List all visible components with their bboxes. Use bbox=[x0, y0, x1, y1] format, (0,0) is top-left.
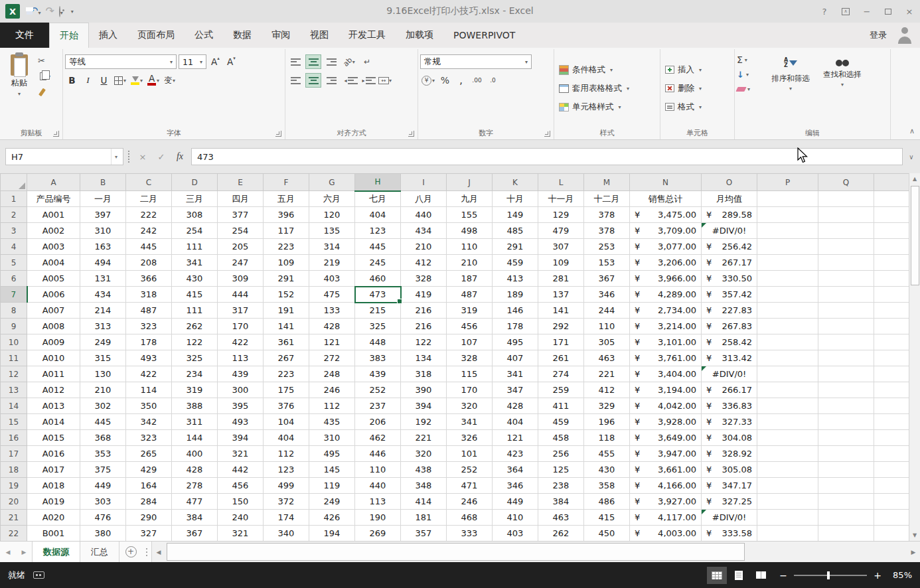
cell-Q16[interactable] bbox=[818, 430, 874, 446]
row-header-4[interactable]: 4 bbox=[1, 239, 27, 255]
sign-in-link[interactable]: 登录 bbox=[870, 23, 895, 48]
cell-D17[interactable]: 400 bbox=[172, 446, 218, 462]
column-header-J[interactable]: J bbox=[447, 174, 493, 191]
cell-Q4[interactable] bbox=[818, 239, 874, 255]
column-header-E[interactable]: E bbox=[218, 174, 264, 191]
cell-A2[interactable]: A001 bbox=[27, 207, 80, 223]
cell-F9[interactable]: 141 bbox=[264, 319, 309, 334]
cell-M19[interactable]: 358 bbox=[584, 478, 630, 494]
cell-F15[interactable]: 104 bbox=[264, 414, 309, 430]
cell-D14[interactable]: 388 bbox=[172, 398, 218, 414]
cell-A22[interactable]: B001 bbox=[27, 526, 80, 542]
cell-N20[interactable]: ¥3,927.00 bbox=[630, 494, 702, 510]
cell-P6[interactable] bbox=[757, 271, 818, 287]
zoom-in-button[interactable]: + bbox=[873, 570, 882, 581]
cell-J6[interactable]: 187 bbox=[447, 271, 493, 287]
cell-B13[interactable]: 210 bbox=[80, 382, 126, 398]
cell-L20[interactable]: 384 bbox=[538, 494, 584, 510]
cell-E22[interactable]: 321 bbox=[218, 526, 264, 542]
cell-K13[interactable]: 347 bbox=[493, 382, 538, 398]
cell-B9[interactable]: 313 bbox=[80, 319, 126, 334]
font-family-dropdown-icon[interactable]: ▾ bbox=[167, 59, 173, 65]
cell-J21[interactable]: 468 bbox=[447, 510, 493, 526]
cell-N11[interactable]: ¥3,761.00 bbox=[630, 350, 702, 366]
cell-J20[interactable]: 246 bbox=[447, 494, 493, 510]
cell-E2[interactable]: 377 bbox=[218, 207, 264, 223]
align-left-button[interactable] bbox=[287, 73, 303, 88]
cell-D22[interactable]: 367 bbox=[172, 526, 218, 542]
column-header-A[interactable]: A bbox=[27, 174, 80, 191]
collapse-ribbon-button[interactable]: ∧ bbox=[909, 127, 915, 135]
cell-E12[interactable]: 439 bbox=[218, 366, 264, 382]
cell-P7[interactable] bbox=[757, 287, 818, 303]
cell-B6[interactable]: 131 bbox=[80, 271, 126, 287]
cell-O21[interactable]: #DIV/0! bbox=[702, 510, 757, 526]
cell-L19[interactable]: 238 bbox=[538, 478, 584, 494]
cell-A9[interactable]: A008 bbox=[27, 319, 80, 334]
cell-P18[interactable] bbox=[757, 462, 818, 478]
sort-filter-button[interactable]: AZ 排序和筛选 ▾ bbox=[765, 50, 816, 126]
cell-N16[interactable]: ¥3,649.00 bbox=[630, 430, 702, 446]
cell-C10[interactable]: 178 bbox=[126, 334, 172, 350]
cell-G11[interactable]: 272 bbox=[309, 350, 355, 366]
cell-M16[interactable]: 118 bbox=[584, 430, 630, 446]
cell-N13[interactable]: ¥3,194.00 bbox=[630, 382, 702, 398]
cell-H17[interactable]: 446 bbox=[355, 446, 401, 462]
cell-E4[interactable]: 205 bbox=[218, 239, 264, 255]
scroll-up-arrow[interactable]: ▲ bbox=[909, 173, 920, 184]
cell-L1[interactable]: 十一月 bbox=[538, 191, 584, 207]
cell-K14[interactable]: 428 bbox=[493, 398, 538, 414]
cell-H19[interactable]: 440 bbox=[355, 478, 401, 494]
tab-scroll-splitter[interactable] bbox=[142, 542, 151, 562]
cell-E15[interactable]: 493 bbox=[218, 414, 264, 430]
align-right-button[interactable] bbox=[323, 73, 339, 88]
name-box-dropdown-icon[interactable]: ▾ bbox=[111, 149, 117, 165]
number-dialog-launcher[interactable] bbox=[544, 131, 550, 137]
cell-L10[interactable]: 171 bbox=[538, 334, 584, 350]
cell-I1[interactable]: 八月 bbox=[401, 191, 447, 207]
cell-N7[interactable]: ¥4,289.00 bbox=[630, 287, 702, 303]
cell-B11[interactable]: 315 bbox=[80, 350, 126, 366]
row-header-9[interactable]: 9 bbox=[1, 319, 27, 334]
cell-I11[interactable]: 134 bbox=[401, 350, 447, 366]
cell-F7[interactable]: 152 bbox=[264, 287, 309, 303]
cell-O5[interactable]: ¥267.17 bbox=[702, 255, 757, 271]
cell-D11[interactable]: 325 bbox=[172, 350, 218, 366]
format-painter-button[interactable] bbox=[38, 86, 50, 98]
minimize-button[interactable]: − bbox=[856, 0, 878, 23]
cell-M1[interactable]: 十二月 bbox=[584, 191, 630, 207]
cell-I19[interactable]: 348 bbox=[401, 478, 447, 494]
cell-A15[interactable]: A014 bbox=[27, 414, 80, 430]
cell-D19[interactable]: 278 bbox=[172, 478, 218, 494]
wrap-text-button[interactable]: ↵ bbox=[359, 54, 375, 69]
cell-I2[interactable]: 440 bbox=[401, 207, 447, 223]
cell-O17[interactable]: ¥328.92 bbox=[702, 446, 757, 462]
cell-O18[interactable]: ¥305.08 bbox=[702, 462, 757, 478]
column-header-G[interactable]: G bbox=[309, 174, 355, 191]
cell-N1[interactable]: 销售总计 bbox=[630, 191, 702, 207]
cell-D20[interactable]: 477 bbox=[172, 494, 218, 510]
cell-E18[interactable]: 442 bbox=[218, 462, 264, 478]
cell-E20[interactable]: 150 bbox=[218, 494, 264, 510]
cell-M22[interactable]: 450 bbox=[584, 526, 630, 542]
cell-I7[interactable]: 419 bbox=[401, 287, 447, 303]
font-size-combo[interactable]: 11▾ bbox=[179, 54, 206, 69]
cell-M18[interactable]: 430 bbox=[584, 462, 630, 478]
cell-L18[interactable]: 125 bbox=[538, 462, 584, 478]
cell-B4[interactable]: 163 bbox=[80, 239, 126, 255]
cell-I18[interactable]: 438 bbox=[401, 462, 447, 478]
ribbon-tab-页面布局[interactable]: 页面布局 bbox=[127, 23, 185, 48]
column-header-K[interactable]: K bbox=[493, 174, 538, 191]
cell-E9[interactable]: 170 bbox=[218, 319, 264, 334]
cell-I4[interactable]: 210 bbox=[401, 239, 447, 255]
cell-A7[interactable]: A006 bbox=[27, 287, 80, 303]
font-size-dropdown-icon[interactable]: ▾ bbox=[196, 59, 202, 65]
cell-D7[interactable]: 415 bbox=[172, 287, 218, 303]
cell-P12[interactable] bbox=[757, 366, 818, 382]
row-header-14[interactable]: 14 bbox=[1, 398, 27, 414]
cell-A20[interactable]: A019 bbox=[27, 494, 80, 510]
row-header-21[interactable]: 21 bbox=[1, 510, 27, 526]
cell-M8[interactable]: 244 bbox=[584, 303, 630, 319]
cell-Q14[interactable] bbox=[818, 398, 874, 414]
zoom-out-button[interactable]: − bbox=[779, 570, 788, 581]
